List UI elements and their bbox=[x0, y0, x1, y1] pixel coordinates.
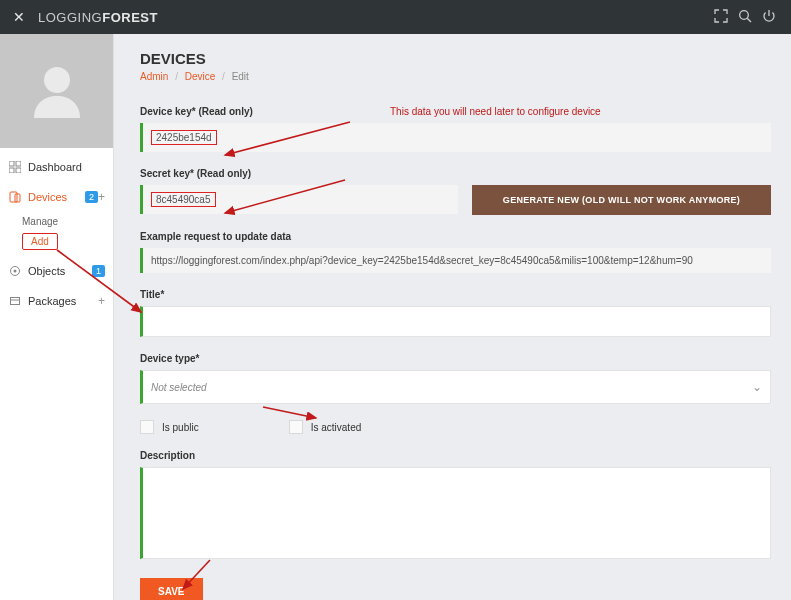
main-content: DEVICES Admin / Device / Edit Device key… bbox=[114, 34, 791, 600]
fullscreen-icon[interactable] bbox=[709, 9, 733, 26]
topbar: ✕ LOGGINGFOREST bbox=[0, 0, 791, 34]
close-icon[interactable]: ✕ bbox=[10, 9, 28, 25]
device-type-value: Not selected bbox=[151, 382, 207, 393]
objects-icon bbox=[8, 264, 22, 278]
title-input[interactable] bbox=[140, 306, 771, 337]
badge-count: 2 bbox=[85, 191, 98, 203]
crumb-device[interactable]: Device bbox=[185, 71, 216, 82]
device-key-value: 2425be154d bbox=[151, 130, 217, 145]
is-activated-label: Is activated bbox=[311, 422, 362, 433]
crumb-current: Edit bbox=[232, 71, 249, 82]
add-label: Add bbox=[31, 236, 49, 247]
is-activated-checkbox[interactable] bbox=[289, 420, 303, 434]
badge-count: 1 bbox=[92, 265, 105, 277]
title-label: Title* bbox=[140, 289, 771, 300]
plus-icon[interactable]: + bbox=[98, 190, 105, 204]
svg-point-2 bbox=[44, 67, 70, 93]
search-icon[interactable] bbox=[733, 9, 757, 26]
is-public-label: Is public bbox=[162, 422, 199, 433]
description-label: Description bbox=[140, 450, 771, 461]
device-type-select[interactable]: Not selected ⌄ bbox=[140, 370, 771, 404]
secret-key-value: 8c45490ca5 bbox=[151, 192, 216, 207]
brand-bold: FOREST bbox=[102, 10, 158, 25]
dashboard-icon bbox=[8, 160, 22, 174]
save-button[interactable]: SAVE bbox=[140, 578, 203, 600]
devices-icon bbox=[8, 190, 22, 204]
sidebar-item-objects[interactable]: Objects 1 bbox=[0, 256, 113, 286]
packages-icon bbox=[8, 294, 22, 308]
description-textarea[interactable] bbox=[140, 467, 771, 559]
page-title: DEVICES bbox=[140, 50, 771, 67]
sidebar-item-dashboard[interactable]: Dashboard bbox=[0, 152, 113, 182]
example-request-field: https://loggingforest.com/index.php/api?… bbox=[140, 248, 771, 273]
crumb-admin[interactable]: Admin bbox=[140, 71, 168, 82]
generate-new-button[interactable]: GENERATE NEW (OLD WILL NOT WORK ANYMORE) bbox=[472, 185, 771, 215]
sidebar-item-label: Objects bbox=[28, 265, 89, 277]
sidebar-sub-manage[interactable]: Manage bbox=[22, 216, 113, 227]
secret-key-label: Secret key* (Read only) bbox=[140, 168, 771, 179]
sidebar: Dashboard Devices 2 + Manage Add Objects… bbox=[0, 34, 114, 600]
sidebar-item-packages[interactable]: Packages + bbox=[0, 286, 113, 316]
svg-point-10 bbox=[14, 270, 17, 273]
svg-line-1 bbox=[747, 18, 751, 22]
svg-rect-4 bbox=[16, 161, 21, 166]
svg-rect-11 bbox=[11, 298, 20, 305]
sidebar-sub-add[interactable]: Add bbox=[22, 233, 58, 250]
device-key-field: 2425be154d bbox=[140, 123, 771, 152]
power-icon[interactable] bbox=[757, 9, 781, 26]
breadcrumb: Admin / Device / Edit bbox=[140, 71, 771, 82]
svg-rect-5 bbox=[9, 168, 14, 173]
avatar bbox=[0, 34, 113, 148]
brand-light: LOGGING bbox=[38, 10, 102, 25]
chevron-down-icon: ⌄ bbox=[752, 380, 762, 394]
sidebar-item-label: Packages bbox=[28, 295, 98, 307]
example-request-label: Example request to update data bbox=[140, 231, 771, 242]
sidebar-item-label: Devices bbox=[28, 191, 82, 203]
brand: LOGGINGFOREST bbox=[38, 10, 158, 25]
configure-note: This data you will need later to configu… bbox=[390, 106, 601, 117]
secret-key-field: 8c45490ca5 bbox=[140, 185, 458, 214]
sidebar-item-devices[interactable]: Devices 2 + bbox=[0, 182, 113, 212]
svg-point-0 bbox=[740, 10, 749, 19]
sidebar-item-label: Dashboard bbox=[28, 161, 105, 173]
is-public-checkbox[interactable] bbox=[140, 420, 154, 434]
sidebar-submenu: Manage Add bbox=[0, 212, 113, 256]
svg-rect-3 bbox=[9, 161, 14, 166]
svg-rect-6 bbox=[16, 168, 21, 173]
svg-rect-7 bbox=[10, 192, 17, 202]
device-type-label: Device type* bbox=[140, 353, 771, 364]
plus-icon[interactable]: + bbox=[98, 294, 105, 308]
